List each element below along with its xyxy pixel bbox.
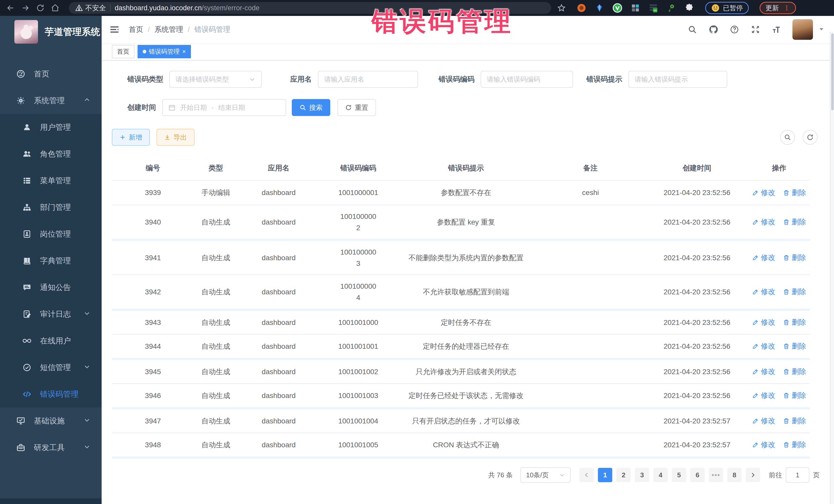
sidebar-item-home[interactable]: 首页 — [0, 61, 102, 87]
sidebar-item-infra[interactable]: 基础设施 — [0, 408, 102, 434]
extension-proxy-icon[interactable]: on — [648, 3, 658, 13]
font-size-icon[interactable] — [771, 24, 782, 35]
date-range-picker[interactable]: 开始日期 - 结束日期 — [162, 99, 286, 116]
scrollbar-thumb[interactable] — [831, 34, 834, 110]
page-button-3[interactable]: 3 — [635, 468, 649, 482]
hamburger-icon[interactable] — [109, 24, 120, 35]
help-icon[interactable] — [729, 24, 740, 35]
page-button-6[interactable]: 6 — [690, 468, 705, 482]
browser-forward-icon[interactable] — [21, 3, 30, 13]
next-page-button[interactable] — [746, 468, 760, 482]
page-button-5[interactable]: 5 — [672, 468, 686, 482]
delete-link[interactable]: 删除 — [783, 367, 806, 376]
sidebar-item-error-code[interactable]: 错误码管理 — [0, 381, 102, 408]
edit-link[interactable]: 修改 — [752, 416, 775, 426]
address-bar[interactable]: 不安全 dashboard.yudao.iocoder.cn/system/er… — [69, 2, 551, 14]
sidebar-item-online-users[interactable]: 在线用户 — [0, 327, 102, 354]
profile-paused-badge[interactable]: 已暂停 — [705, 2, 749, 14]
table-row[interactable]: 3941自动生成dashboard1001000003不能删除类型为系统内置的参… — [112, 240, 810, 275]
page-scrollbar[interactable] — [830, 32, 834, 504]
tab-home[interactable]: 首页 — [112, 45, 134, 58]
delete-link[interactable]: 删除 — [783, 416, 806, 426]
extension-key-icon[interactable] — [666, 3, 676, 13]
add-button[interactable]: 新增 — [112, 129, 150, 146]
export-button[interactable]: 导出 — [156, 129, 195, 146]
delete-link[interactable]: 删除 — [783, 188, 806, 198]
prev-page-button[interactable] — [579, 468, 594, 482]
error-code-input[interactable]: 请输入错误码编码 — [481, 71, 573, 88]
browser-back-icon[interactable] — [6, 3, 15, 13]
breadcrumb-home[interactable]: 首页 — [129, 25, 143, 35]
breadcrumb-system[interactable]: 系统管理 — [154, 25, 183, 35]
delete-link[interactable]: 删除 — [783, 317, 806, 327]
toggle-search-button[interactable] — [780, 130, 795, 145]
kebab-menu-icon[interactable] — [784, 5, 790, 11]
sidebar-item-posts[interactable]: 岗位管理 — [0, 221, 102, 247]
fullscreen-icon[interactable] — [750, 24, 761, 35]
table-row[interactable]: 3942自动生成dashboard1001000004不允许获取敏感配置到前端2… — [112, 275, 810, 310]
page-button-2[interactable]: 2 — [616, 468, 631, 482]
delete-link[interactable]: 删除 — [783, 253, 806, 263]
edit-link[interactable]: 修改 — [752, 341, 775, 351]
goto-page-input[interactable] — [786, 467, 809, 483]
browser-update-button[interactable]: 更新 — [760, 2, 796, 14]
user-avatar[interactable] — [792, 19, 813, 40]
browser-home-icon[interactable] — [50, 3, 60, 13]
bookmark-star-icon[interactable] — [556, 3, 567, 13]
refresh-table-button[interactable] — [803, 130, 817, 145]
page-button-1[interactable]: 1 — [598, 468, 612, 482]
sidebar-item-system[interactable]: 系统管理 — [0, 87, 102, 114]
sidebar-item-menus[interactable]: 菜单管理 — [0, 167, 102, 194]
app-logo-row[interactable]: 芋道管理系统 — [0, 16, 102, 48]
extension-puzzle-icon[interactable] — [684, 3, 695, 13]
app-name-input[interactable]: 请输入应用名 — [318, 71, 418, 88]
table-row[interactable]: 3940自动生成dashboard1001000002参数配置 key 重复20… — [112, 205, 810, 240]
extension-green-circle-icon[interactable] — [612, 3, 622, 13]
sidebar-item-dict[interactable]: 字典管理 — [0, 247, 102, 274]
edit-link[interactable]: 修改 — [752, 440, 775, 450]
avatar-caret-down-icon[interactable] — [818, 26, 825, 34]
github-icon[interactable] — [708, 24, 719, 35]
table-row[interactable]: 3944自动生成dashboard1001001001定时任务的处理器已经存在2… — [112, 334, 810, 359]
extension-gem-icon[interactable] — [594, 3, 605, 13]
not-secure-warning[interactable]: 不安全 — [75, 3, 106, 13]
sidebar-item-departments[interactable]: 部门管理 — [0, 194, 102, 221]
sidebar-collapse-bar[interactable] — [0, 498, 102, 504]
delete-link[interactable]: 删除 — [783, 440, 806, 450]
edit-link[interactable]: 修改 — [752, 253, 775, 263]
delete-link[interactable]: 删除 — [783, 341, 806, 351]
header-search-icon[interactable] — [687, 24, 698, 35]
delete-link[interactable]: 删除 — [783, 217, 806, 227]
delete-link[interactable]: 删除 — [783, 287, 806, 297]
browser-reload-icon[interactable] — [36, 3, 45, 13]
edit-link[interactable]: 修改 — [752, 367, 775, 376]
close-tab-icon[interactable]: × — [182, 48, 186, 54]
sidebar-item-audit-log[interactable]: 审计日志 — [0, 301, 102, 327]
sidebar-item-roles[interactable]: 角色管理 — [0, 140, 102, 167]
sidebar-item-sms[interactable]: 短信管理 — [0, 354, 102, 381]
page-button-4[interactable]: 4 — [653, 468, 668, 482]
sidebar-item-notices[interactable]: 通知公告 — [0, 274, 102, 301]
reset-button[interactable]: 重置 — [337, 99, 376, 116]
extension-grid-icon[interactable] — [630, 3, 640, 13]
table-row[interactable]: 3946自动生成dashboard1001001003定时任务已经处于该状态，无… — [112, 384, 810, 408]
search-button[interactable]: 搜索 — [292, 99, 330, 116]
edit-link[interactable]: 修改 — [752, 317, 775, 327]
edit-link[interactable]: 修改 — [752, 217, 775, 227]
sidebar-item-users[interactable]: 用户管理 — [0, 114, 102, 140]
delete-link[interactable]: 删除 — [783, 391, 806, 400]
table-row[interactable]: 3948自动生成dashboard1001001005CRON 表达式不正确20… — [112, 433, 810, 458]
table-row[interactable]: 3947自动生成dashboard1001001004只有开启状态的任务，才可以… — [112, 408, 810, 433]
edit-link[interactable]: 修改 — [752, 287, 775, 297]
error-message-input[interactable]: 请输入错误码提示 — [629, 71, 727, 88]
edit-link[interactable]: 修改 — [752, 391, 775, 400]
sidebar-item-devtools[interactable]: 研发工具 — [0, 434, 102, 461]
error-type-select[interactable]: 请选择错误码类型 — [169, 71, 262, 88]
table-row[interactable]: 3943自动生成dashboard1001001000定时任务不存在2021-0… — [112, 310, 810, 334]
page-size-select[interactable]: 10条/页 — [521, 467, 571, 483]
more-pages-button[interactable]: ••• — [709, 468, 723, 482]
extension-orange-icon[interactable] — [576, 3, 587, 13]
table-row[interactable]: 3939手动编辑dashboard1001000001参数配置不存在ceshi2… — [112, 180, 810, 205]
table-row[interactable]: 3945自动生成dashboard1001001002只允许修改为开启或者关闭状… — [112, 359, 810, 384]
edit-link[interactable]: 修改 — [752, 188, 775, 198]
